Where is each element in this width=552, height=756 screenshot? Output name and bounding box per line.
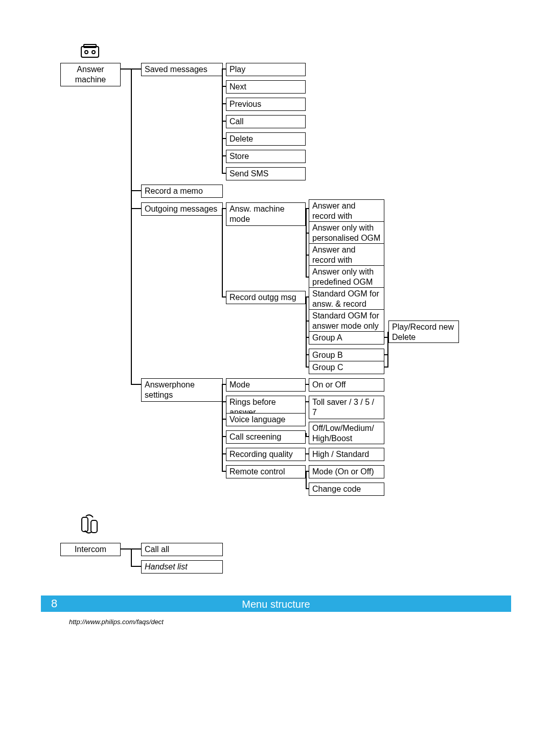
l2-answerphone-settings: Answerphone settings	[141, 378, 223, 402]
l3-previous: Previous	[226, 98, 306, 111]
l4-amm-2: Answer only with personalised OGM	[309, 221, 384, 244]
l3-record-outgg-msg: Record outgg msg	[226, 291, 306, 304]
l3-play: Play	[226, 63, 306, 76]
l3-voice-language: Voice language	[226, 413, 306, 426]
l3-delete: Delete	[226, 132, 306, 146]
svg-rect-4	[82, 517, 88, 532]
root-answer-machine: Answer machine	[60, 63, 121, 86]
l3-recording-quality: Recording quality	[226, 448, 306, 461]
intercom-call-all: Call all	[141, 543, 223, 556]
root-intercom: Intercom	[60, 543, 121, 556]
page: Answer machine Saved messages Record a m…	[0, 0, 552, 756]
l3-send-sms: Send SMS	[226, 167, 306, 180]
l4-group-a: Group A	[309, 331, 384, 345]
l2-outgoing-messages: Outgoing messages	[141, 202, 223, 216]
l4-rom-1: Standard OGM for answ. & record mode	[309, 287, 384, 310]
svg-point-3	[92, 51, 95, 54]
intercom-icon	[81, 514, 98, 534]
svg-point-2	[85, 51, 88, 54]
intercom-handset-list: Handset list	[141, 560, 223, 574]
l4-amm-4: Answer only with predefined OGM	[309, 265, 384, 288]
l2-saved-messages: Saved messages	[141, 63, 223, 76]
l3-call-screening: Call screening	[226, 430, 306, 444]
answer-machine-icon	[81, 43, 99, 58]
svg-rect-0	[81, 47, 99, 57]
footer-url: http://www.philips.com/faqs/dect	[69, 618, 164, 626]
l4-group-c: Group C	[309, 361, 384, 374]
l3-call: Call	[226, 115, 306, 128]
l3-mode: Mode	[226, 378, 306, 392]
l3-remote-control: Remote control	[226, 465, 306, 478]
l4-amm-3: Answer and record with predefined OGM	[309, 243, 384, 266]
svg-rect-5	[91, 520, 97, 533]
l4-rom-2: Standard OGM for answer mode only	[309, 309, 384, 332]
l3-answ-machine-mode: Answ. machine mode	[226, 202, 306, 226]
l4-rings-opt: Toll saver / 3 / 5 / 7	[309, 396, 384, 419]
l3-next: Next	[226, 80, 306, 94]
l4-screen-opt: Off/Low/Medium/ High/Boost	[309, 422, 384, 444]
l3-store: Store	[226, 150, 306, 163]
group-action-play-record: Play/Record new	[392, 322, 455, 332]
l4-recq-opt: High / Standard	[309, 448, 384, 461]
l2-record-memo: Record a memo	[141, 185, 223, 198]
l4-group-b: Group B	[309, 349, 384, 362]
l4-mode-opt: On or Off	[309, 378, 384, 392]
footer-title: Menu structure	[0, 599, 552, 610]
group-action-delete: Delete	[392, 332, 455, 342]
l5-group-actions: Play/Record new Delete	[388, 320, 459, 343]
l4-rc-code: Change code	[309, 483, 384, 496]
l4-rc-mode: Mode (On or Off)	[309, 465, 384, 478]
l4-amm-1: Answer and record with personalised OGM	[309, 199, 384, 222]
